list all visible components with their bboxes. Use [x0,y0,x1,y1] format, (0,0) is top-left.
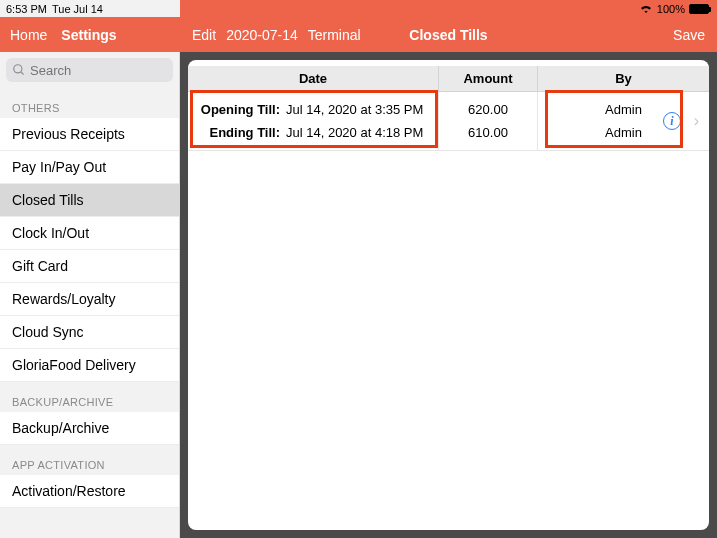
sidebar-item-backup-archive[interactable]: Backup/Archive [0,412,179,445]
table-header: Date Amount By [188,66,709,92]
table-row[interactable]: Opening Till: Jul 14, 2020 at 3:35 PM En… [188,92,709,151]
sidebar-item-gift-card[interactable]: Gift Card [0,250,179,283]
opening-amount: 620.00 [468,98,508,121]
ending-till-label: Ending Till: [196,125,280,140]
status-time: 6:53 PM [6,3,47,15]
nav-terminal[interactable]: Terminal [308,27,361,43]
opening-by: Admin [605,98,642,121]
col-header-amount: Amount [438,66,538,91]
col-header-date: Date [188,71,438,86]
section-header-activation: APP ACTIVATION [0,445,179,475]
status-date: Tue Jul 14 [52,3,103,15]
battery-percent: 100% [657,3,685,15]
main-panel: Date Amount By Opening Till: Jul 14, 202… [180,52,717,538]
nav-edit[interactable]: Edit [192,27,216,43]
sidebar: OTHERS Previous Receipts Pay In/Pay Out … [0,52,180,538]
opening-till-label: Opening Till: [196,102,280,117]
sidebar-item-pay-in-pay-out[interactable]: Pay In/Pay Out [0,151,179,184]
sidebar-item-cloud-sync[interactable]: Cloud Sync [0,316,179,349]
opening-till-date: Jul 14, 2020 at 3:35 PM [286,102,423,117]
sidebar-item-gloriafood-delivery[interactable]: GloriaFood Delivery [0,349,179,382]
search-input[interactable] [6,58,173,82]
section-header-backup: BACKUP/ARCHIVE [0,382,179,412]
sidebar-item-activation-restore[interactable]: Activation/Restore [0,475,179,508]
ending-amount: 610.00 [468,121,508,144]
nav-date[interactable]: 2020-07-14 [226,27,298,43]
sidebar-item-closed-tills[interactable]: Closed Tills [0,184,179,217]
sidebar-nav: Home Settings [0,17,180,52]
nav-settings[interactable]: Settings [61,27,116,43]
nav-save[interactable]: Save [673,27,705,43]
main-nav: Edit 2020-07-14 Terminal Closed Tills Sa… [180,17,717,52]
ending-by: Admin [605,121,642,144]
sidebar-item-rewards-loyalty[interactable]: Rewards/Loyalty [0,283,179,316]
sidebar-item-previous-receipts[interactable]: Previous Receipts [0,118,179,151]
status-bar: 6:53 PM Tue Jul 14 100% [0,0,717,17]
table-card: Date Amount By Opening Till: Jul 14, 202… [188,60,709,530]
col-header-by: By [538,71,709,86]
wifi-icon [639,3,653,15]
battery-icon [689,4,709,14]
section-header-others: OTHERS [0,88,179,118]
ending-till-date: Jul 14, 2020 at 4:18 PM [286,125,423,140]
info-icon[interactable]: i [663,112,681,130]
chevron-right-icon: › [694,112,699,130]
nav-home[interactable]: Home [10,27,47,43]
sidebar-item-clock-in-out[interactable]: Clock In/Out [0,217,179,250]
